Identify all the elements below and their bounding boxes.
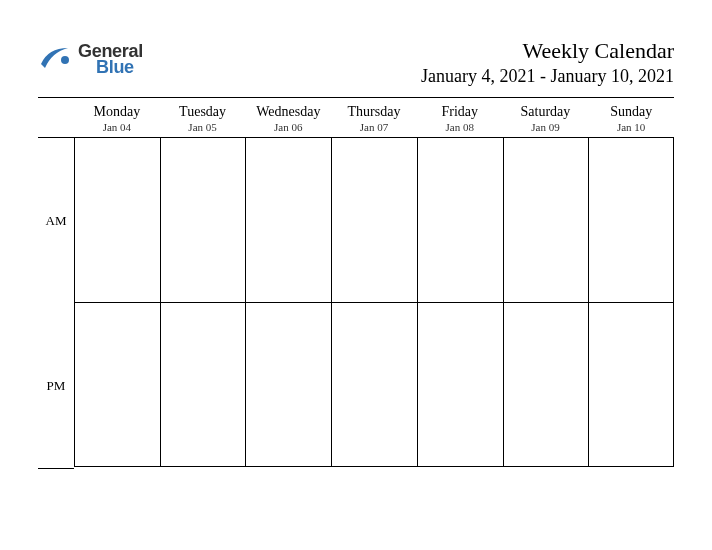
cell (160, 137, 246, 302)
cell (417, 137, 503, 302)
day-name: Sunday (588, 104, 674, 120)
cell (245, 302, 331, 467)
calendar-grid: AM PM (38, 137, 674, 469)
cell (417, 302, 503, 467)
logo-text: General Blue (78, 42, 143, 76)
date-range: January 4, 2021 - January 10, 2021 (421, 66, 674, 87)
logo-swoosh-icon (38, 42, 72, 76)
day-date: Jan 09 (503, 121, 589, 133)
title-block: Weekly Calendar January 4, 2021 - Januar… (421, 38, 674, 87)
day-date: Jan 07 (331, 121, 417, 133)
cell (503, 302, 589, 467)
day-name: Tuesday (160, 104, 246, 120)
period-pm: PM (38, 303, 74, 468)
day-header-tue: Tuesday Jan 05 (160, 104, 246, 133)
day-name: Thursday (331, 104, 417, 120)
day-headers: Monday Jan 04 Tuesday Jan 05 Wednesday J… (38, 104, 674, 133)
day-name: Saturday (503, 104, 589, 120)
day-name: Wednesday (245, 104, 331, 120)
day-header-mon: Monday Jan 04 (74, 104, 160, 133)
day-header-thu: Thursday Jan 07 (331, 104, 417, 133)
divider (38, 97, 674, 98)
day-name: Monday (74, 104, 160, 120)
cell (245, 137, 331, 302)
day-date: Jan 10 (588, 121, 674, 133)
cell (588, 302, 674, 467)
spacer (38, 104, 74, 133)
day-date: Jan 04 (74, 121, 160, 133)
time-labels: AM PM (38, 137, 74, 469)
cell (74, 137, 160, 302)
day-header-fri: Friday Jan 08 (417, 104, 503, 133)
day-date: Jan 06 (245, 121, 331, 133)
cell (331, 302, 417, 467)
page-title: Weekly Calendar (421, 38, 674, 64)
cell (503, 137, 589, 302)
cell (331, 137, 417, 302)
day-date: Jan 05 (160, 121, 246, 133)
day-name: Friday (417, 104, 503, 120)
cell (74, 302, 160, 467)
header: General Blue Weekly Calendar January 4, … (38, 38, 674, 87)
day-date: Jan 08 (417, 121, 503, 133)
cell (160, 302, 246, 467)
cells (74, 137, 674, 469)
day-header-wed: Wednesday Jan 06 (245, 104, 331, 133)
day-header-sun: Sunday Jan 10 (588, 104, 674, 133)
day-header-sat: Saturday Jan 09 (503, 104, 589, 133)
cell (588, 137, 674, 302)
period-am: AM (38, 138, 74, 303)
svg-point-0 (61, 56, 69, 64)
logo: General Blue (38, 38, 143, 78)
